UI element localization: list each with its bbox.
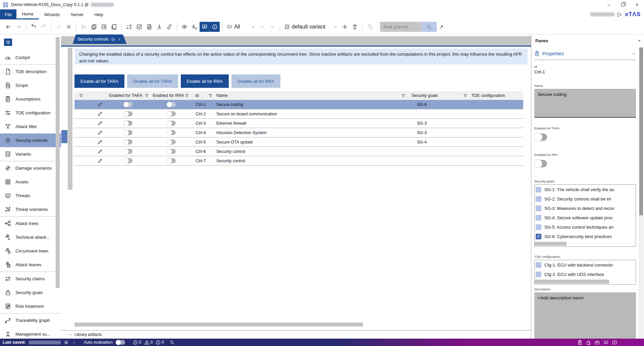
tara-toggle[interactable] xyxy=(123,149,132,154)
tara-toggle[interactable] xyxy=(123,121,132,126)
export-pdf-button[interactable] xyxy=(144,22,154,32)
comments-pane-icon[interactable] xyxy=(603,340,608,345)
enable-all-tara-button[interactable]: Enable all for TARA xyxy=(74,74,124,88)
error-counter[interactable]: 0 xyxy=(133,340,141,345)
rra-toggle[interactable] xyxy=(167,149,176,154)
description-field[interactable]: <Add description here> xyxy=(534,292,636,339)
table-row[interactable]: Ctrl-4 Intrusion Detection System SG-3 xyxy=(74,128,523,137)
add-button[interactable] xyxy=(340,22,350,32)
panes-close-button[interactable]: × xyxy=(638,38,641,43)
list-item[interactable]: SG-5: Access control techniques an xyxy=(535,222,636,232)
filter-icon[interactable] xyxy=(208,94,213,98)
sidebar-item-threat-scenarios[interactable]: Threat scenarios xyxy=(0,203,61,216)
info-counter[interactable]: 0 xyxy=(156,340,164,345)
privacy-view-button[interactable] xyxy=(179,22,190,32)
content-horizontal-scrollbar[interactable] xyxy=(74,323,363,327)
paste-button[interactable] xyxy=(99,22,109,32)
edit-icon[interactable] xyxy=(97,102,103,107)
table-row[interactable]: Ctrl-3 Ethernet firewall SG-3 xyxy=(74,119,523,128)
properties-rra-toggle[interactable] xyxy=(534,160,547,167)
cut-button[interactable] xyxy=(79,22,89,32)
download-button[interactable] xyxy=(154,22,164,32)
sidebar-item-attack-trees[interactable]: Attack trees xyxy=(0,217,61,230)
edit-icon[interactable] xyxy=(97,111,103,117)
copy-button[interactable] xyxy=(89,22,99,32)
tara-toggle[interactable] xyxy=(123,139,132,145)
show-comments-button[interactable] xyxy=(200,22,210,32)
sidebar-item-assumptions[interactable]: Assumptions xyxy=(0,92,61,106)
checkbox[interactable] xyxy=(536,224,541,230)
sidebar-scrollbar[interactable] xyxy=(56,37,60,288)
checkbox[interactable] xyxy=(536,215,541,221)
calculation-button[interactable] xyxy=(124,22,134,32)
sidebar-item-traceability-graph[interactable]: Traceability graph xyxy=(0,313,61,327)
list-item[interactable]: SG-1: The vehicle shall verify the au xyxy=(535,185,636,194)
checkbox[interactable] xyxy=(536,262,541,268)
properties-section-header[interactable]: Properties xyxy=(534,47,636,60)
collapse-icon[interactable] xyxy=(631,51,636,56)
link-button[interactable] xyxy=(164,22,174,32)
plugin-icon[interactable] xyxy=(586,340,591,345)
tab-close-icon[interactable] xyxy=(117,38,121,41)
checkbox[interactable] xyxy=(536,196,541,202)
list-item[interactable]: SG-4: Secure software update proc xyxy=(535,213,636,222)
filter-icon[interactable] xyxy=(463,94,468,98)
rra-toggle[interactable] xyxy=(167,121,176,126)
checkbox[interactable] xyxy=(536,187,541,192)
filter-icon[interactable] xyxy=(185,94,189,98)
sidebar-item-scope[interactable]: Scope xyxy=(0,78,61,92)
comment-filter-dropdown[interactable]: All xyxy=(225,22,257,32)
sidebar-item-attack-filter[interactable]: Attack filter xyxy=(0,120,61,133)
toolbox-icon[interactable] xyxy=(595,340,600,345)
spellcheck-button[interactable] xyxy=(190,22,200,32)
sidebar-menu-button[interactable] xyxy=(4,39,12,46)
rra-toggle[interactable] xyxy=(167,139,176,145)
list-item[interactable]: SG-3: Measures to detect and recov xyxy=(535,204,636,213)
sidebar-item-security-goals[interactable]: Security goals xyxy=(0,286,61,299)
variant-dropdown[interactable]: default variant xyxy=(282,22,340,32)
forward-button[interactable] xyxy=(13,22,23,32)
next-comment-button[interactable] xyxy=(267,22,277,32)
tab-security-controls[interactable]: Security controls xyxy=(73,35,126,44)
discard-button[interactable] xyxy=(64,22,74,32)
minimize-button[interactable]: – xyxy=(602,0,616,9)
apply-button[interactable] xyxy=(54,22,64,32)
previous-comment-button[interactable] xyxy=(257,22,267,32)
tara-toggle[interactable] xyxy=(123,158,132,163)
properties-pane-icon[interactable] xyxy=(577,340,582,345)
menu-file[interactable]: File xyxy=(0,9,16,19)
tara-toggle[interactable] xyxy=(123,130,132,135)
warning-counter[interactable]: 0 xyxy=(144,340,153,345)
sidebar-item-risk-treatment[interactable]: Risk treatment xyxy=(0,299,61,313)
chevron-up-icon[interactable] xyxy=(72,340,76,345)
panel-scrollbar[interactable] xyxy=(639,47,644,339)
table-row[interactable]: Ctrl-5 Secure OTA update SG-4 xyxy=(74,137,523,147)
sidebar-item-cockpit[interactable]: Cockpit xyxy=(0,51,61,64)
checkbox-checked[interactable] xyxy=(536,234,541,239)
sidebar-item-circumvent-trees[interactable]: Circumvent trees xyxy=(0,244,61,258)
validate-button[interactable] xyxy=(134,22,144,32)
sidebar-item-security-claims[interactable]: Security claims xyxy=(0,272,61,286)
checkbox[interactable] xyxy=(536,206,541,211)
table-row[interactable]: Ctrl-7 Security control xyxy=(74,156,523,166)
search-icon[interactable] xyxy=(170,340,175,345)
regex-toggle[interactable]: .* xyxy=(437,24,445,30)
splitter-handle[interactable] xyxy=(61,130,67,143)
rra-toggle[interactable] xyxy=(167,130,176,135)
content-vertical-scrollbar[interactable] xyxy=(68,48,72,190)
restore-button[interactable] xyxy=(616,0,630,9)
library-artifacts-bar[interactable]: Library artifacts xyxy=(61,330,531,339)
edit-icon[interactable] xyxy=(97,158,103,164)
list-item[interactable]: SG-6: Cybersecurity best practices xyxy=(535,232,636,241)
tara-toggle[interactable] xyxy=(123,102,132,107)
checkbox[interactable] xyxy=(536,272,541,277)
list-item[interactable]: SG-2: Security controls shall be im xyxy=(535,194,636,204)
menu-help[interactable]: Help xyxy=(89,9,109,19)
list-horizontal-scrollbar[interactable] xyxy=(535,280,609,284)
disable-all-rra-button[interactable]: Disable all for RRA xyxy=(231,74,280,88)
list-item[interactable]: Cfg-1: ECU with backend connectiv xyxy=(535,260,636,270)
show-issues-button[interactable] xyxy=(210,22,220,32)
filter-icon[interactable] xyxy=(145,94,149,98)
delete-button[interactable] xyxy=(350,22,360,32)
menu-wizards[interactable]: Wizards xyxy=(39,9,65,19)
